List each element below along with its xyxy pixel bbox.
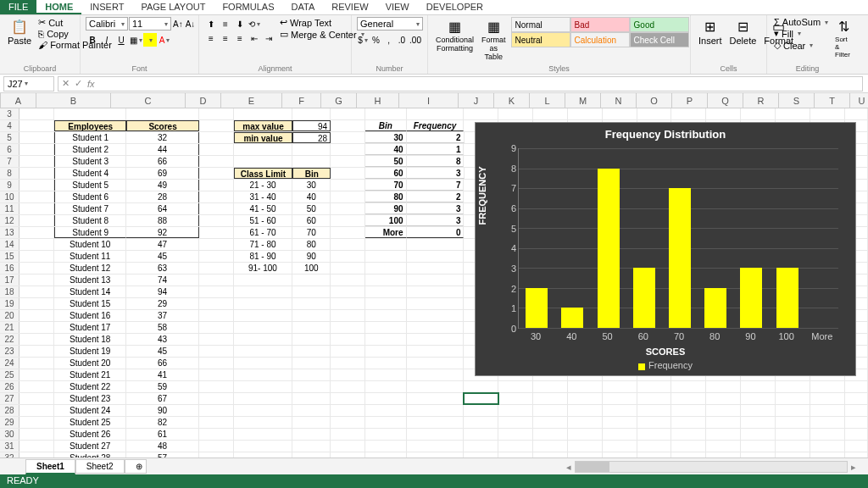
row-header-29[interactable]: 29 xyxy=(0,417,19,428)
cell-K3[interactable] xyxy=(498,108,533,119)
cell-P31[interactable] xyxy=(671,441,706,452)
cell-B24[interactable]: Student 20 xyxy=(54,358,126,369)
cell-I13[interactable]: 0 xyxy=(407,227,465,238)
align-bottom-button[interactable]: ⬇ xyxy=(233,17,247,30)
sort-filter-button[interactable]: ⇅Sort & Filter xyxy=(832,17,854,59)
cell-E5[interactable]: min value xyxy=(234,132,293,143)
col-header-O[interactable]: O xyxy=(637,93,672,108)
cell-A23[interactable] xyxy=(19,346,54,357)
col-header-B[interactable]: B xyxy=(36,93,111,108)
cell-G17[interactable] xyxy=(331,274,365,286)
cell-G4[interactable] xyxy=(331,120,365,131)
cell-F6[interactable] xyxy=(292,144,331,155)
font-color-button[interactable]: A xyxy=(158,33,171,47)
cell-I23[interactable] xyxy=(407,346,465,357)
cell-N28[interactable] xyxy=(603,405,637,416)
cell-G13[interactable] xyxy=(331,227,365,238)
style-calculation[interactable]: Calculation xyxy=(570,32,630,47)
cell-I6[interactable]: 1 xyxy=(407,144,465,155)
cell-I27[interactable] xyxy=(407,393,465,404)
cell-U27[interactable] xyxy=(845,393,868,404)
cell-C24[interactable]: 66 xyxy=(126,358,198,369)
fill-color-button[interactable] xyxy=(143,33,157,47)
cell-C6[interactable]: 44 xyxy=(126,144,198,155)
row-header-17[interactable]: 17 xyxy=(0,274,19,286)
cell-F22[interactable] xyxy=(292,334,331,345)
col-header-C[interactable]: C xyxy=(111,93,186,108)
underline-button[interactable]: U xyxy=(114,33,128,47)
col-header-E[interactable]: E xyxy=(221,93,282,108)
cell-E9[interactable]: 21 - 30 xyxy=(234,180,293,191)
cell-H10[interactable]: 80 xyxy=(365,191,407,202)
cell-A5[interactable] xyxy=(19,132,54,143)
cell-E6[interactable] xyxy=(234,144,293,155)
cell-B20[interactable]: Student 16 xyxy=(54,310,126,321)
cell-J28[interactable] xyxy=(464,405,498,416)
style-normal[interactable]: Normal xyxy=(511,17,570,32)
autosum-button[interactable]: ΣAutoSum xyxy=(772,17,830,27)
cell-H13[interactable]: More xyxy=(365,227,407,238)
italic-button[interactable]: I xyxy=(100,33,114,47)
cell-D12[interactable] xyxy=(199,215,234,226)
cell-I14[interactable] xyxy=(407,239,465,250)
cell-I31[interactable] xyxy=(407,441,465,452)
align-right-button[interactable]: ≡ xyxy=(233,31,247,45)
cell-G20[interactable] xyxy=(331,310,365,321)
tab-view[interactable]: VIEW xyxy=(377,0,418,14)
tab-insert[interactable]: INSERT xyxy=(81,0,132,14)
cell-U30[interactable] xyxy=(845,429,868,440)
dec-decimal-button[interactable]: .00 xyxy=(409,33,422,47)
cell-I4[interactable]: Frequency xyxy=(407,120,465,131)
cell-G29[interactable] xyxy=(331,417,365,428)
col-header-R[interactable]: R xyxy=(743,93,779,108)
cell-A20[interactable] xyxy=(19,310,54,321)
cell-F20[interactable] xyxy=(292,310,331,321)
sheet-tab-2[interactable]: Sheet2 xyxy=(75,459,125,474)
cell-F31[interactable] xyxy=(292,441,331,452)
cell-R28[interactable] xyxy=(741,405,776,416)
cell-K27[interactable] xyxy=(498,393,533,404)
cell-A3[interactable] xyxy=(19,108,54,119)
cell-D15[interactable] xyxy=(199,251,234,262)
align-middle-button[interactable]: ≡ xyxy=(219,17,232,30)
col-header-K[interactable]: K xyxy=(494,93,530,108)
cell-F27[interactable] xyxy=(292,393,331,404)
cell-T3[interactable] xyxy=(810,108,845,119)
cell-E10[interactable]: 31 - 40 xyxy=(234,191,293,202)
row-header-15[interactable]: 15 xyxy=(0,251,19,262)
cell-G21[interactable] xyxy=(331,322,365,333)
cell-L31[interactable] xyxy=(533,441,568,452)
spreadsheet-grid[interactable]: ABCDEFGHIJKLMNOPQRSTU 34EmployeesScoresm… xyxy=(0,93,868,458)
cell-C19[interactable]: 29 xyxy=(126,298,198,309)
cell-D21[interactable] xyxy=(199,322,234,333)
cell-D18[interactable] xyxy=(199,286,234,297)
cell-U28[interactable] xyxy=(845,405,868,416)
col-header-L[interactable]: L xyxy=(530,93,565,108)
horizontal-scrollbar[interactable]: ◂▸ xyxy=(563,459,860,474)
cell-U26[interactable] xyxy=(845,381,868,392)
clear-button[interactable]: ◇Clear xyxy=(772,40,830,51)
cell-A14[interactable] xyxy=(19,239,54,250)
cell-F5[interactable]: 28 xyxy=(292,132,331,143)
cell-P28[interactable] xyxy=(671,405,706,416)
cell-I20[interactable] xyxy=(407,310,465,321)
cell-H14[interactable] xyxy=(365,239,407,250)
cell-E21[interactable] xyxy=(234,322,293,333)
row-header-23[interactable]: 23 xyxy=(0,346,19,357)
cell-G28[interactable] xyxy=(331,405,365,416)
col-header-M[interactable]: M xyxy=(565,93,601,108)
row-header-22[interactable]: 22 xyxy=(0,334,19,345)
cell-G14[interactable] xyxy=(331,239,365,250)
cell-B5[interactable]: Student 1 xyxy=(54,132,126,143)
cell-F3[interactable] xyxy=(292,108,331,119)
row-header-28[interactable]: 28 xyxy=(0,405,19,416)
cell-F23[interactable] xyxy=(292,346,331,357)
cell-M3[interactable] xyxy=(568,108,603,119)
cell-G24[interactable] xyxy=(331,358,365,369)
col-header-J[interactable]: J xyxy=(459,93,494,108)
enter-icon[interactable]: ✓ xyxy=(75,78,82,89)
col-header-G[interactable]: G xyxy=(321,93,357,108)
row-header-26[interactable]: 26 xyxy=(0,381,19,392)
cell-H17[interactable] xyxy=(365,274,407,286)
cell-B31[interactable]: Student 27 xyxy=(54,441,126,452)
